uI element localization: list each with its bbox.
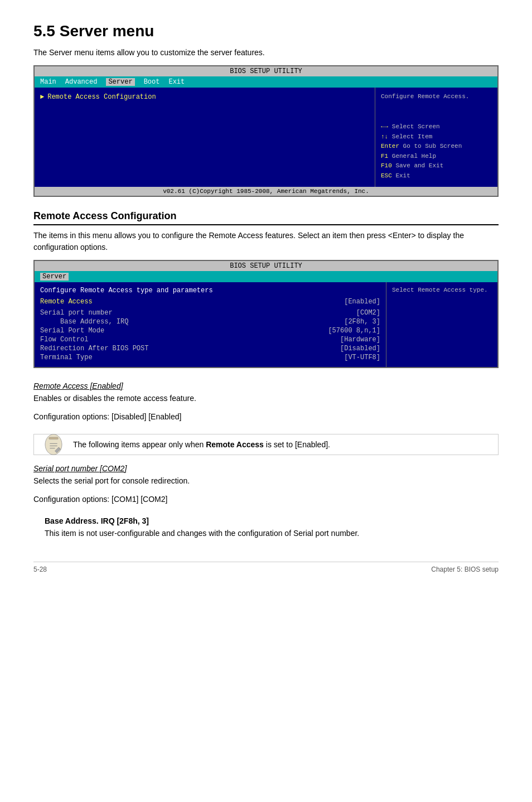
bios-help-text-1: Configure Remote Access.	[381, 93, 492, 100]
item-value-4: [Hardware]	[340, 336, 380, 344]
item-label-1: Serial port number	[40, 309, 113, 317]
item-value-2: [2F8h, 3]	[344, 318, 380, 326]
page-title: 5.5 Server menu	[33, 22, 499, 40]
desc-block-1: Remote Access [Enabled] Enables or disab…	[33, 381, 499, 423]
bios-content-1: ► Remote Access Configuration Configure …	[35, 88, 497, 187]
footer-left: 5-28	[33, 566, 47, 573]
item-value-6: [VT-UTF8]	[344, 354, 380, 361]
bios-left-panel-1: ► Remote Access Configuration	[35, 88, 375, 187]
menu-main: Main	[40, 78, 56, 86]
menu-advanced: Advanced	[65, 78, 98, 86]
key-help-row-3: F1 General Help	[381, 152, 492, 162]
key-help-row-0: ←→ Select Screen	[381, 122, 492, 132]
item-label-2: Base Address, IRQ	[40, 318, 128, 326]
key-help-row-2: Enter Go to Sub Screen	[381, 142, 492, 152]
bios-screen-2: BIOS SETUP UTILITY Server Configure Remo…	[33, 260, 499, 368]
bios-key-help-1: ←→ Select Screen ↑↓ Select Item Enter Go…	[381, 122, 492, 181]
selected-item-label: Remote Access Configuration	[47, 93, 156, 101]
bios-screen-1: BIOS SETUP UTILITY Main Advanced Server …	[33, 65, 499, 197]
menu-server-2: Server	[40, 273, 69, 281]
submenu-row-6: Terminal Type [VT-UTF8]	[40, 354, 380, 361]
item-value-0: [Enabled]	[344, 298, 380, 306]
desc-title-1: Remote Access [Enabled]	[33, 381, 499, 390]
submenu-row-5: Redirection After BIOS POST [Disabled]	[40, 345, 380, 352]
note-text: The following items appear only when Rem…	[73, 440, 330, 449]
item-value-5: [Disabled]	[340, 345, 380, 352]
item-label-0: Remote Access	[40, 298, 93, 306]
item-label-6: Terminal Type	[40, 354, 93, 361]
arrow-icon: ►	[40, 93, 44, 101]
menu-exit: Exit	[168, 78, 185, 86]
svg-rect-1	[49, 437, 59, 439]
bios-menu-bar-2: Server	[35, 271, 497, 282]
bios-selected-item: ► Remote Access Configuration	[40, 93, 369, 101]
key-help-row-1: ↑↓ Select Item	[381, 132, 492, 142]
submenu-row-1: Serial port number [COM2]	[40, 309, 380, 317]
submenu-section-header: Configure Remote Access type and paramet…	[40, 287, 380, 294]
bios-footer-1: v02.61 (C)Copyright 1985-2008, American …	[35, 187, 497, 196]
bios-menu-bar-1: Main Advanced Server Boot Exit	[35, 76, 497, 88]
footer-right: Chapter 5: BIOS setup	[431, 566, 499, 573]
note-icon	[40, 431, 67, 458]
desc-title-2: Serial port number [COM2]	[33, 464, 499, 473]
menu-server: Server	[106, 78, 134, 86]
submenu-help-text: Select Remote Access type.	[392, 287, 488, 293]
submenu-row-4: Flow Control [Hardware]	[40, 336, 380, 344]
bios-right-panel-1: Configure Remote Access. ←→ Select Scree…	[375, 88, 497, 187]
desc-line2-2: Configuration options: [COM1] [COM2]	[33, 494, 499, 505]
bios-title-2: BIOS SETUP UTILITY	[35, 261, 497, 271]
key-help-row-4: F10 Save and Exit	[381, 161, 492, 171]
bios-submenu-right: Select Remote Access type.	[386, 282, 497, 367]
note-box: The following items appear only when Rem…	[33, 434, 499, 455]
submenu-row-2: Base Address, IRQ [2F8h, 3]	[40, 318, 380, 326]
bios-submenu-left: Configure Remote Access type and paramet…	[35, 282, 386, 367]
section2-heading: Remote Access Configuration	[33, 210, 499, 225]
note-bold: Remote Access	[206, 440, 264, 449]
desc-line2-1: Configuration options: [Disabled] [Enabl…	[33, 411, 499, 423]
submenu-row-3: Serial Port Mode [57600 8,n,1]	[40, 327, 380, 335]
desc-line1-1: Enables or disables the remote access fe…	[33, 393, 499, 404]
sub-item-line1-1: This item is not user-configurable and c…	[45, 528, 499, 539]
key-help-row-5: ESC Exit	[381, 171, 492, 181]
desc-line1-2: Selects the serial port for console redi…	[33, 475, 499, 487]
desc-block-2: Serial port number [COM2] Selects the se…	[33, 464, 499, 505]
item-label-5: Redirection After BIOS POST	[40, 345, 148, 352]
item-value-1: [COM2]	[356, 309, 380, 317]
section2-intro: The items in this menu allows you to con…	[33, 230, 499, 253]
item-label-4: Flow Control	[40, 336, 88, 344]
bios-submenu-content: Configure Remote Access type and paramet…	[35, 282, 497, 367]
submenu-row-0: Remote Access [Enabled]	[40, 298, 380, 306]
menu-boot: Boot	[144, 78, 160, 86]
page-footer: 5-28 Chapter 5: BIOS setup	[33, 562, 499, 573]
bios-title-1: BIOS SETUP UTILITY	[35, 66, 497, 76]
page-intro: The Server menu items allow you to custo…	[33, 47, 499, 59]
item-label-3: Serial Port Mode	[40, 327, 104, 335]
sub-item-1: Base Address. IRQ [2F8h, 3] This item is…	[45, 516, 499, 539]
item-value-3: [57600 8,n,1]	[328, 327, 380, 335]
sub-item-heading-1: Base Address. IRQ [2F8h, 3]	[45, 516, 499, 525]
